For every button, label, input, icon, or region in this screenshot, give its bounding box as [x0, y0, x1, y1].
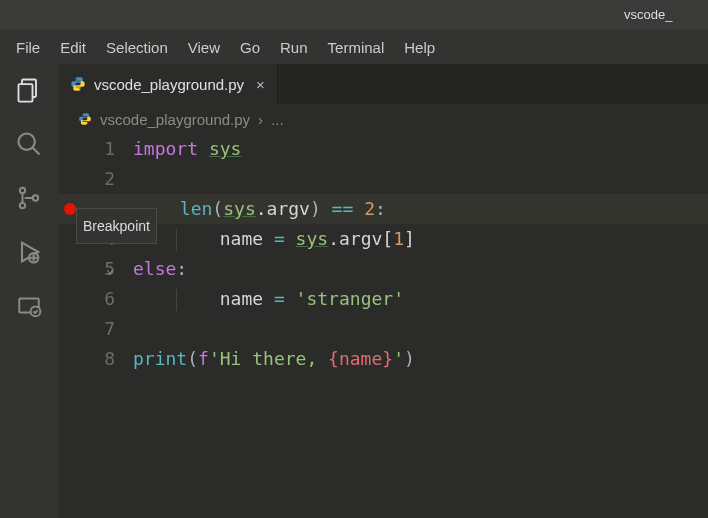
svg-point-4 [20, 188, 25, 193]
remote-icon[interactable] [15, 292, 43, 320]
line-number: 6 [104, 284, 115, 314]
tab-label: vscode_playground.py [94, 76, 244, 93]
source-control-icon[interactable] [15, 184, 43, 212]
explorer-icon[interactable] [15, 76, 43, 104]
svg-point-6 [33, 195, 38, 200]
svg-point-2 [19, 134, 35, 150]
tab-active[interactable]: vscode_playground.py × [58, 64, 278, 104]
menu-edit[interactable]: Edit [50, 33, 96, 62]
search-icon[interactable] [15, 130, 43, 158]
python-icon [70, 76, 86, 92]
tab-bar: vscode_playground.py × [58, 64, 708, 104]
menu-file[interactable]: File [6, 33, 50, 62]
breakpoint-icon[interactable] [64, 203, 76, 215]
menu-go[interactable]: Go [230, 33, 270, 62]
svg-line-3 [33, 148, 40, 155]
line-number: 2 [104, 164, 115, 194]
line-number: 8 [104, 344, 115, 374]
code-editor[interactable]: 1 import sys 2 Breakpoint len(sys.argv) … [58, 134, 708, 518]
titlebar: vscode_ [0, 0, 708, 30]
chevron-right-icon: › [258, 111, 263, 128]
menu-view[interactable]: View [178, 33, 230, 62]
breakpoint-tooltip: Breakpoint [76, 208, 157, 244]
menu-help[interactable]: Help [394, 33, 445, 62]
line-number: 1 [104, 134, 115, 164]
window-title: vscode_ [354, 0, 672, 30]
svg-rect-1 [19, 84, 33, 102]
breadcrumb[interactable]: vscode_playground.py › ... [58, 104, 708, 134]
editor-area: vscode_playground.py × vscode_playground… [58, 64, 708, 518]
close-icon[interactable]: × [256, 76, 265, 93]
menu-selection[interactable]: Selection [96, 33, 178, 62]
activity-bar [0, 64, 58, 518]
fold-icon[interactable]: ⌄ [106, 254, 114, 284]
breadcrumb-file: vscode_playground.py [100, 111, 250, 128]
run-debug-icon[interactable] [15, 238, 43, 266]
menu-terminal[interactable]: Terminal [318, 33, 395, 62]
menubar: File Edit Selection View Go Run Terminal… [0, 30, 708, 64]
python-icon [78, 112, 92, 126]
menu-run[interactable]: Run [270, 33, 318, 62]
line-number: 7 [104, 314, 115, 344]
svg-point-5 [20, 203, 25, 208]
breadcrumb-rest: ... [271, 111, 284, 128]
